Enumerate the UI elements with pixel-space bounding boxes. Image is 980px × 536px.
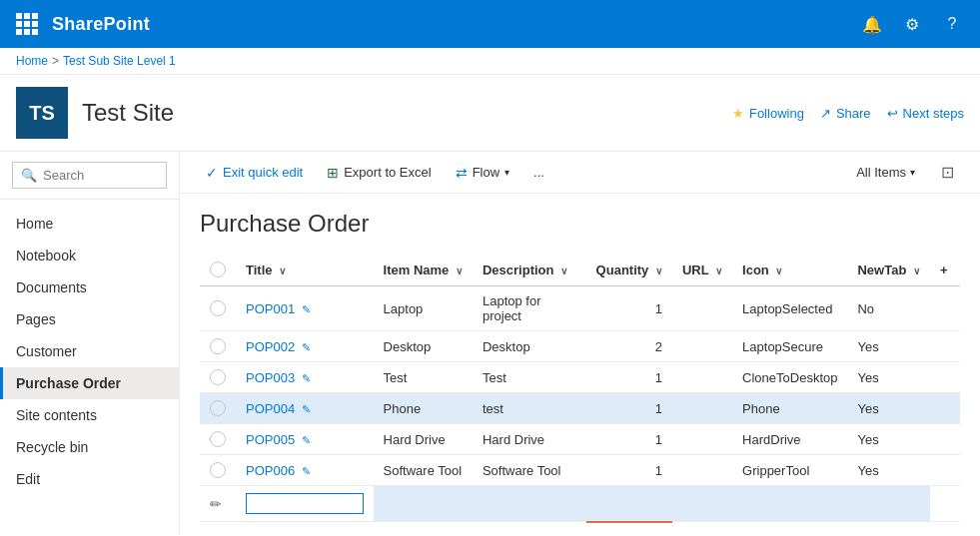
select-all-checkbox[interactable] [210, 262, 226, 277]
item-id[interactable]: POP003 [246, 370, 295, 385]
row-icon[interactable]: GripperTool [732, 455, 847, 486]
edit-icon[interactable]: ✎ [302, 303, 311, 315]
newtab-sort-icon[interactable]: ∨ [913, 266, 920, 276]
row-item-name[interactable]: Hard Drive [374, 424, 473, 455]
title-sort-icon[interactable]: ∨ [279, 266, 286, 276]
item-id[interactable]: POP001 [246, 301, 295, 316]
next-steps-button[interactable]: ↩ Next steps [887, 106, 964, 121]
more-options-button[interactable]: ... [523, 160, 554, 185]
search-box[interactable]: 🔍 [12, 162, 167, 189]
edit-icon[interactable]: ✎ [302, 372, 311, 384]
row-item-name[interactable]: Phone [374, 393, 473, 424]
row-checkbox[interactable] [210, 300, 226, 316]
quantity-sort-icon[interactable]: ∨ [655, 266, 662, 276]
sidebar-item-purchase-order[interactable]: Purchase Order [0, 367, 179, 399]
sidebar-item-home[interactable]: Home [0, 208, 179, 240]
row-item-name[interactable]: Software Tool [374, 455, 473, 486]
waffle-menu[interactable] [12, 9, 42, 39]
row-newtab[interactable]: Yes [847, 331, 930, 362]
row-description[interactable]: Desktop [473, 331, 586, 362]
following-button[interactable]: ★ Following [732, 106, 804, 121]
help-icon[interactable]: ? [936, 8, 968, 40]
item-name-sort-icon[interactable]: ∨ [456, 266, 463, 276]
sidebar-item-documents[interactable]: Documents [0, 271, 179, 303]
flow-button[interactable]: ⇄ Flow ▾ [446, 160, 519, 186]
row-checkbox-cell [200, 455, 236, 486]
row-icon[interactable]: Phone [732, 393, 847, 424]
sidebar-item-pages[interactable]: Pages [0, 303, 179, 335]
url-sort-icon[interactable]: ∨ [715, 266, 722, 276]
view-selector[interactable]: All Items ▾ [846, 160, 925, 185]
new-row-description-cell[interactable] [473, 486, 586, 522]
row-quantity[interactable]: 1 [586, 286, 672, 331]
edit-icon[interactable]: ✎ [302, 341, 311, 353]
sidebar-item-site-contents[interactable]: Site contents [0, 399, 179, 431]
item-id[interactable]: POP002 [246, 339, 295, 354]
row-icon[interactable]: LaptopSecure [732, 331, 847, 362]
row-newtab[interactable]: Yes [847, 455, 930, 486]
row-url[interactable] [672, 455, 732, 486]
settings-icon[interactable]: ⚙ [896, 8, 928, 40]
row-checkbox[interactable] [210, 338, 226, 354]
row-description[interactable]: Hard Drive [473, 424, 586, 455]
row-checkbox[interactable] [210, 462, 226, 478]
row-icon[interactable]: HardDrive [732, 424, 847, 455]
edit-icon[interactable]: ✎ [302, 465, 311, 477]
new-row-quantity-cell[interactable] [586, 486, 672, 522]
new-row-url-cell[interactable] [672, 486, 732, 522]
row-quantity[interactable]: 1 [586, 424, 672, 455]
sidebar-item-recycle-bin[interactable]: Recycle bin [0, 431, 179, 463]
row-newtab[interactable]: Yes [847, 393, 930, 424]
share-button[interactable]: ↗ Share [820, 106, 871, 121]
description-sort-icon[interactable]: ∨ [560, 266, 567, 276]
row-checkbox[interactable] [210, 400, 226, 416]
row-checkbox[interactable] [210, 431, 226, 447]
row-checkbox[interactable] [210, 369, 226, 385]
breadcrumb-subsite[interactable]: Test Sub Site Level 1 [63, 54, 176, 68]
icon-sort-icon[interactable]: ∨ [775, 266, 782, 276]
view-options-button[interactable]: ⊡ [931, 158, 964, 187]
row-item-name[interactable]: Test [374, 362, 473, 393]
row-description[interactable]: Laptop for project [473, 286, 586, 331]
row-icon[interactable]: CloneToDesktop [732, 362, 847, 393]
row-quantity[interactable]: 1 [586, 362, 672, 393]
item-id[interactable]: POP005 [246, 432, 295, 447]
column-add[interactable]: + [930, 254, 960, 286]
new-row-title-input[interactable] [246, 493, 364, 514]
new-row-title-cell[interactable] [236, 486, 374, 522]
row-quantity[interactable]: 1 [586, 393, 672, 424]
sidebar-item-edit[interactable]: Edit [0, 463, 179, 495]
row-newtab[interactable]: Yes [847, 362, 930, 393]
edit-icon[interactable]: ✎ [302, 434, 311, 446]
row-newtab[interactable]: Yes [847, 424, 930, 455]
row-url[interactable] [672, 393, 732, 424]
checkmark-icon: ✓ [206, 165, 218, 181]
item-id[interactable]: POP006 [246, 463, 295, 478]
exit-quick-edit-button[interactable]: ✓ Exit quick edit [196, 160, 313, 186]
row-url[interactable] [672, 331, 732, 362]
sidebar-item-customer[interactable]: Customer [0, 335, 179, 367]
notification-icon[interactable]: 🔔 [856, 8, 888, 40]
row-item-name[interactable]: Desktop [374, 331, 473, 362]
row-quantity[interactable]: 1 [586, 455, 672, 486]
new-row-newtab-cell[interactable] [847, 486, 930, 522]
flow-chevron-icon: ▾ [504, 167, 509, 178]
row-icon[interactable]: LaptopSelected [732, 286, 847, 331]
new-row-item-name-cell[interactable] [374, 486, 473, 522]
row-newtab[interactable]: No [847, 286, 930, 331]
search-input[interactable] [43, 168, 158, 183]
row-description[interactable]: Software Tool [473, 455, 586, 486]
edit-icon[interactable]: ✎ [302, 403, 311, 415]
breadcrumb-home[interactable]: Home [16, 54, 48, 68]
row-url[interactable] [672, 286, 732, 331]
row-url[interactable] [672, 362, 732, 393]
export-to-excel-button[interactable]: ⊞ Export to Excel [317, 160, 441, 186]
row-description[interactable]: Test [473, 362, 586, 393]
sidebar-item-notebook[interactable]: Notebook [0, 240, 179, 271]
item-id[interactable]: POP004 [246, 401, 295, 416]
row-item-name[interactable]: Laptop [374, 286, 473, 331]
new-row-icon-cell[interactable] [732, 486, 847, 522]
row-url[interactable] [672, 424, 732, 455]
row-quantity[interactable]: 2 [586, 331, 672, 362]
row-description[interactable]: test [473, 393, 586, 424]
